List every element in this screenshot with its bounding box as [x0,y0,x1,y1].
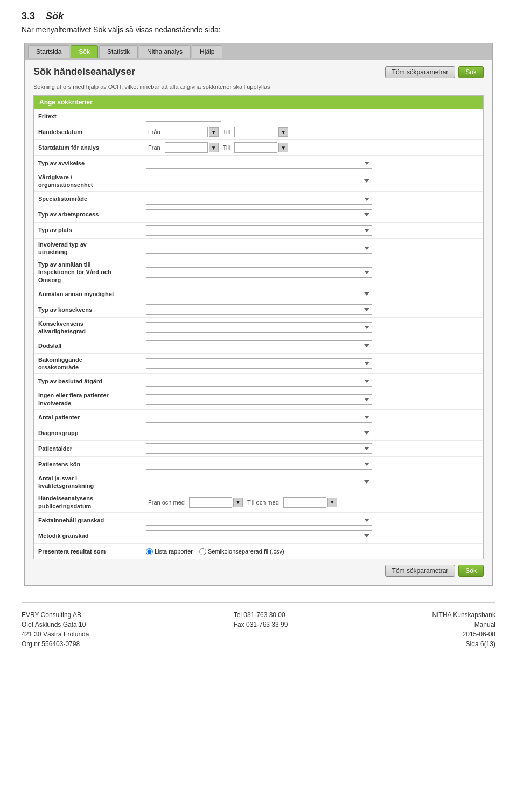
search-button-top[interactable]: Sök [458,66,484,78]
tab-nitha-analys[interactable]: Nitha analys [139,45,191,58]
footer-tel: Tel 031-763 30 00 [234,611,288,619]
label-vardgivare: Vårdgivare /organisationsenhet [38,173,146,189]
label-patienter-inv: Ingen eller flera patienterinvolverade [38,391,146,407]
clear-params-button-bottom[interactable]: Töm sökparametrar [385,565,456,577]
browser-window: Startsida Sök Statistik Nitha analys Hjä… [24,43,493,586]
radio-group-presentera: Lista rapporter Semikolonseparerad fil (… [146,548,284,555]
label-antal-patienter: Antal patienter [38,414,146,421]
label-diagnosgrupp: Diagnosgrupp [38,429,146,437]
select-patientalder[interactable] [146,443,372,454]
form-row-handelsedatum: Händelsedatum Från ▼ Till ▼ [34,124,483,140]
radio-lista-input[interactable] [146,548,153,555]
tab-hjalp[interactable]: Hjälp [192,45,222,58]
from-label-2: Från [148,144,160,151]
label-orsaksomrade: Bakomliggandeorsaksområde [38,356,146,372]
select-allvarlighetsgrad[interactable] [146,322,372,333]
radio-csv-input[interactable] [199,548,206,555]
section-title: Sök [46,11,64,22]
select-atgard[interactable] [146,376,372,387]
select-metodik[interactable] [146,530,372,541]
label-konsekvens: Typ av konsekvens [38,306,146,313]
select-konsekvens[interactable] [146,304,372,315]
form-row-specialist: Specialistområde [34,192,483,207]
form-row-anmalan-ivo: Typ av anmälan tillInspektionen för Vård… [34,258,483,286]
form-row-typ-avvikelse: Typ av avvikelse [34,156,483,171]
handelsedatum-to[interactable] [234,127,277,137]
startdatum-from[interactable] [165,142,208,153]
tab-startsida[interactable]: Startsida [28,45,69,58]
form-row-startdatum: Startdatum för analys Från ▼ Till ▼ [34,140,483,156]
footer-doc-type: Manual [432,621,495,628]
intro-text: När menyalternativet Sök väljs så visas … [22,25,495,34]
footer-company: EVRY Consulting AB [22,611,89,619]
radio-csv-label: Semikolonseparerad fil (.csv) [208,548,284,555]
select-orsaksomrade[interactable] [146,358,372,369]
select-diagnosgrupp[interactable] [146,428,372,438]
label-patientalder: Patientålder [38,445,146,452]
form-section-header: Ange sökkriterier [34,96,483,109]
tab-sok[interactable]: Sök [71,45,98,58]
select-anmalan-annan[interactable] [146,289,372,299]
handelsedatum-to-icon[interactable]: ▼ [278,127,288,137]
form-row-metodik: Metodik granskad [34,528,483,544]
search-button-bottom[interactable]: Sök [458,565,484,577]
select-antal-patienter[interactable] [146,412,372,423]
handelsedatum-from[interactable] [165,127,208,137]
select-specialist[interactable] [146,194,372,205]
tab-statistik[interactable]: Statistik [99,45,138,58]
select-dodsfall[interactable] [146,340,372,351]
label-dodsfall: Dödsfall [38,342,146,349]
radio-lista[interactable]: Lista rapporter [146,548,193,555]
label-utrustning: Involverad typ avutrustning [38,241,146,256]
radio-csv[interactable]: Semikolonseparerad fil (.csv) [199,548,284,555]
footer-divider [22,602,495,603]
select-jasvar[interactable] [146,477,372,487]
label-publiceringsdatum: Händelseanalysenspubliceringsdatum [38,494,146,510]
label-specialist: Specialistområde [38,195,146,202]
footer: EVRY Consulting AB Olof Asklunds Gata 10… [22,611,495,648]
label-plats: Typ av plats [38,226,146,234]
form-row-patientkon: Patientens kön [34,457,483,472]
form-row-fritext: Fritext [34,109,483,124]
form-row-antal-patienter: Antal patienter [34,410,483,425]
form-row-jasvar: Antal ja-svar ikvalitetsgranskning [34,472,483,493]
form-row-utrustning: Involverad typ avutrustning [34,239,483,259]
select-patienter-inv[interactable] [146,394,372,405]
select-typ-avvikelse[interactable] [146,158,372,169]
label-anmalan-annan: Anmälan annan myndighet [38,290,146,298]
pub-to-icon[interactable]: ▼ [327,498,337,507]
label-atgard: Typ av beslutad åtgärd [38,377,146,385]
form-row-vardgivare: Vårdgivare /organisationsenhet [34,171,483,192]
select-faktainnehall[interactable] [146,515,372,526]
label-presentera: Presentera resultat som [38,548,146,555]
input-fritext[interactable] [146,111,221,122]
startdatum-to-icon[interactable]: ▼ [278,143,288,152]
label-startdatum: Startdatum för analys [38,144,146,151]
select-plats[interactable] [146,225,372,236]
form-section: Ange sökkriterier Fritext Händelsedatum … [33,95,484,559]
top-actions: Töm sökparametrar Sök [385,66,484,78]
page-title: Sök händelseanalyser [33,66,135,78]
label-patientkon: Patientens kön [38,460,146,468]
label-fritext: Fritext [38,113,146,120]
form-row-patienter-inv: Ingen eller flera patienterinvolverade [34,389,483,410]
select-patientkon[interactable] [146,459,372,470]
bottom-actions: Töm sökparametrar Sök [33,565,484,577]
label-anmalan-ivo: Typ av anmälan tillInspektionen för Vård… [38,261,146,284]
form-row-dodsfall: Dödsfall [34,338,483,354]
pub-from[interactable] [189,497,232,508]
form-row-konsekvens: Typ av konsekvens [34,302,483,318]
pub-from-icon[interactable]: ▼ [233,498,243,507]
pub-to[interactable] [283,497,326,508]
select-utrustning[interactable] [146,243,372,254]
select-vardgivare[interactable] [146,176,372,186]
handelsedatum-from-icon[interactable]: ▼ [209,127,219,137]
startdatum-from-icon[interactable]: ▼ [209,143,219,152]
label-arbetsprocess: Typ av arbetsprocess [38,211,146,218]
select-arbetsprocess[interactable] [146,209,372,220]
form-row-publiceringsdatum: Händelseanalysenspubliceringsdatum Från … [34,492,483,513]
clear-params-button-top[interactable]: Töm sökparametrar [385,66,456,78]
form-row-patientalder: Patientålder [34,441,483,457]
select-anmalan-ivo[interactable] [146,267,372,278]
startdatum-to[interactable] [234,142,277,153]
